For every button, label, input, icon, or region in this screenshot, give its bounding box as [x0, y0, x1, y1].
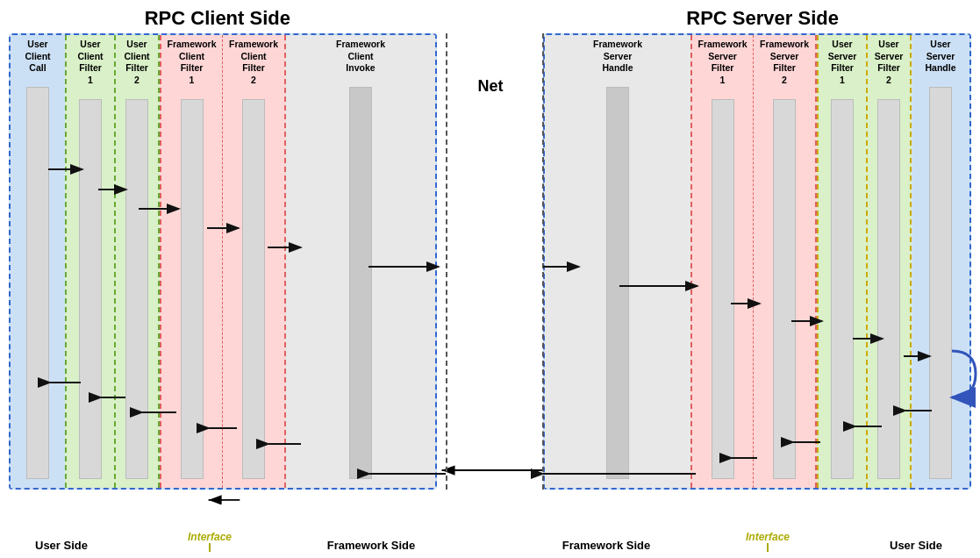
title-row: RPC Client Side RPC Server Side	[0, 0, 980, 33]
col-ucf1-header: UserClientFilter1	[67, 35, 114, 90]
col-fwcf1-header: FrameworkClientFilter1	[161, 35, 222, 90]
col-usf1-header: UserServerFilter1	[819, 35, 866, 90]
net-label: Net	[477, 77, 503, 96]
client-user-side-label: User Side	[35, 539, 88, 552]
col-ucf2-header: UserClientFilter2	[116, 35, 158, 90]
col-fw-client-filter1: FrameworkClientFilter1	[160, 35, 223, 488]
client-interface-label: Interface	[188, 531, 232, 543]
footer-row: User Side Interface Framework Side Frame…	[0, 519, 980, 558]
col-user-client-call: UserClientCall	[11, 35, 65, 488]
col-user-server-handle: UserServerHandle	[912, 35, 969, 488]
col-ush-header: UserServerHandle	[912, 35, 969, 78]
col-usf2-header: UserServerFilter2	[868, 35, 910, 90]
col-user-client-call-header: UserClientCall	[11, 35, 65, 78]
client-fw-side-label: Framework Side	[327, 539, 415, 552]
client-side-box: UserClientCall UserClientFilter1 UserCli…	[9, 33, 437, 490]
col-fw-server-filter2: FrameworkServerFilter2	[754, 35, 817, 488]
col-fw-client-invoke: FrameworkClientInvoke	[286, 35, 435, 488]
col-user-server-filter1: UserServerFilter1	[817, 35, 868, 488]
col-user-client-filter2: UserClientFilter2	[116, 35, 160, 488]
diagram-wrapper: UserClientCall UserClientFilter1 UserCli…	[0, 33, 980, 519]
col-fw-client-filter2: FrameworkClientFilter2	[223, 35, 286, 488]
col-fwsh-header: FrameworkServerHandle	[545, 35, 690, 78]
col-user-server-filter2: UserServerFilter2	[868, 35, 912, 488]
server-title: RPC Server Side	[686, 7, 839, 29]
server-fw-side-label: Framework Side	[562, 539, 650, 552]
col-fwci-header: FrameworkClientInvoke	[286, 35, 435, 78]
col-fwcf2-header: FrameworkClientFilter2	[223, 35, 284, 90]
server-user-side-label: User Side	[890, 539, 942, 552]
col-fwsf2-header: FrameworkServerFilter2	[754, 35, 815, 90]
col-user-client-filter1: UserClientFilter1	[65, 35, 116, 488]
col-fwsf1-header: FrameworkServerFilter1	[692, 35, 753, 90]
client-title: RPC Client Side	[145, 7, 290, 29]
col-fw-server-handle: FrameworkServerHandle	[545, 35, 690, 488]
col-fw-server-filter1: FrameworkServerFilter1	[690, 35, 754, 488]
net-column: Net	[447, 33, 533, 490]
server-interface-label: Interface	[746, 531, 790, 543]
server-side-box: FrameworkServerHandle FrameworkServerFil…	[543, 33, 971, 490]
diagram-container: RPC Client Side RPC Server Side	[0, 0, 980, 558]
